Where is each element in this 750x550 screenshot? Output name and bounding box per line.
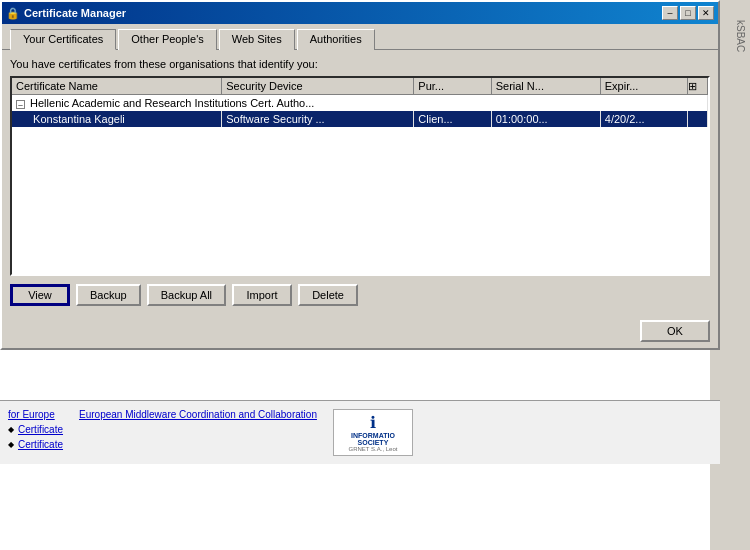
info-society-logo: ℹ INFORMATIO SOCIETY GRNET S.A., Leot [333,409,413,456]
col-purposes: Pur... [414,78,491,95]
backup-all-button[interactable]: Backup All [147,284,226,306]
backup-button[interactable]: Backup [76,284,141,306]
tab-content: You have certificates from these organis… [2,49,718,314]
cert-expiry-cell: 4/20/2... [600,111,687,127]
bottom-bullet1[interactable]: ◆ Certificate [8,424,63,435]
certificate-manager-dialog: 🔒 Certificate Manager – □ ✕ Your Certifi… [0,0,720,350]
col-extra: ⊞ [688,78,708,95]
ok-row: OK [2,314,718,348]
title-bar-title: Certificate Manager [24,7,126,19]
tab-strip: Your Certificates Other People's Web Sit… [2,24,718,49]
view-button[interactable]: View [10,284,70,306]
cert-row[interactable]: Konstantina Kageli Software Security ...… [12,111,708,127]
title-bar: 🔒 Certificate Manager – □ ✕ [2,2,718,24]
cert-purposes-cell: Clien... [414,111,491,127]
tab-authorities[interactable]: Authorities [297,29,375,50]
cert-link-1[interactable]: Certificate [18,424,63,435]
title-bar-icon: 🔒 [6,7,20,20]
bottom-link1: for Europe [8,409,63,420]
cert-description: You have certificates from these organis… [10,58,710,70]
maximize-button[interactable]: □ [680,6,696,20]
tab-web-sites[interactable]: Web Sites [219,29,295,50]
tab-other-peoples[interactable]: Other People's [118,29,216,50]
org-name-cell: – Hellenic Academic and Research Institu… [12,95,708,112]
bullet-icon-2: ◆ [8,440,14,449]
bottom-left: for Europe ◆ Certificate ◆ Certificate [8,409,63,456]
col-cert-name: Certificate Name [12,78,222,95]
bottom-bullet2[interactable]: ◆ Certificate [8,439,63,450]
table-header-row: Certificate Name Security Device Pur... … [12,78,708,95]
org-name: Hellenic Academic and Research Instituti… [30,97,314,109]
bullet-icon-1: ◆ [8,425,14,434]
cert-name-cell: Konstantina Kageli [12,111,222,127]
cert-table-container: Certificate Name Security Device Pur... … [10,76,710,276]
cert-name: Konstantina Kageli [33,113,125,125]
logo-sub-text: GRNET S.A., Leot [348,446,397,452]
bottom-section: for Europe ◆ Certificate ◆ Certificate E… [0,400,720,464]
cert-extra-cell [688,111,708,127]
delete-button[interactable]: Delete [298,284,358,306]
minimize-button[interactable]: – [662,6,678,20]
ok-button[interactable]: OK [640,320,710,342]
title-bar-buttons: – □ ✕ [662,6,714,20]
org-row[interactable]: – Hellenic Academic and Research Institu… [12,95,708,112]
cert-table: Certificate Name Security Device Pur... … [12,78,708,127]
bottom-middle: European Middleware Coordination and Col… [79,409,317,456]
button-row: View Backup Backup All Import Delete [10,276,710,306]
right-panel-text: kSBAC [735,20,746,52]
col-expiry: Expir... [600,78,687,95]
cert-device-cell: Software Security ... [222,111,414,127]
emcc-link[interactable]: European Middleware Coordination and Col… [79,409,317,420]
col-security-device: Security Device [222,78,414,95]
tab-your-certificates[interactable]: Your Certificates [10,29,116,50]
cert-serial-cell: 01:00:00... [491,111,600,127]
logo-icon: ℹ [370,413,376,432]
cert-link-2[interactable]: Certificate [18,439,63,450]
expand-icon[interactable]: – [16,100,25,109]
import-button[interactable]: Import [232,284,292,306]
title-bar-left: 🔒 Certificate Manager [6,7,126,20]
logo-main-text: INFORMATIO SOCIETY [338,432,408,446]
col-serial: Serial N... [491,78,600,95]
close-button[interactable]: ✕ [698,6,714,20]
